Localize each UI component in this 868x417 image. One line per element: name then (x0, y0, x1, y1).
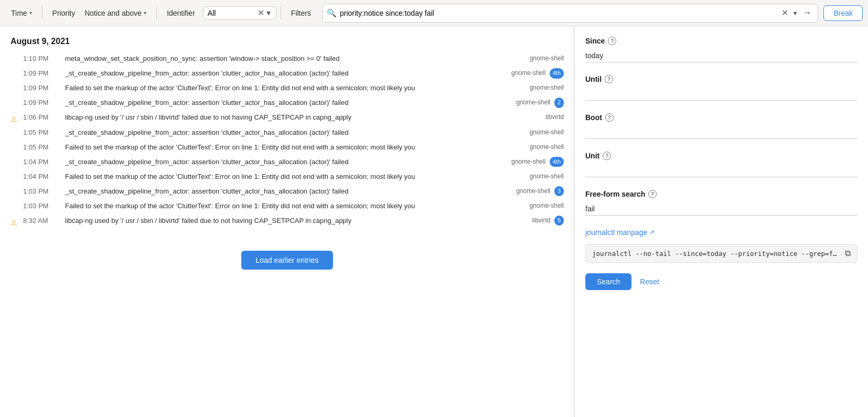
until-label: Until (585, 75, 602, 83)
filters-btn[interactable]: Filters (285, 5, 317, 21)
journalctl-manpage-link[interactable]: journalctl manpage ↗ (585, 228, 858, 237)
boot-label-row: Boot ? (585, 113, 858, 122)
log-entry[interactable]: 1:09 PM_st_create_shadow_pipeline_from_a… (0, 97, 574, 111)
log-message: libcap-ng used by '/ usr / sbin / libvir… (65, 216, 516, 227)
unit-label: Unit (585, 152, 599, 160)
log-message: _st_create_shadow_pipeline_from_actor: a… (65, 68, 505, 79)
search-submit-btn[interactable]: Search (585, 273, 631, 290)
divider-3 (281, 7, 281, 19)
log-unit: gnome-shell (522, 83, 564, 93)
log-time: 1:04 PM (23, 157, 61, 168)
log-time: 1:03 PM (23, 201, 61, 212)
boot-help-icon[interactable]: ? (605, 113, 614, 122)
panel-actions: Search Reset (585, 273, 858, 290)
log-entry[interactable]: 1:05 PMFailed to set the markup of the a… (0, 141, 574, 156)
command-box: journalctl --no-tail --since=today --pri… (585, 244, 858, 263)
since-input[interactable] (585, 49, 858, 62)
log-message: _st_create_shadow_pipeline_from_actor: a… (65, 186, 510, 197)
log-message: Failed to set the markup of the actor 'C… (65, 83, 516, 94)
copy-command-btn[interactable]: ⧉ (845, 249, 851, 258)
log-badge: 3 (554, 186, 564, 197)
log-entry[interactable]: 1:09 PM_st_create_shadow_pipeline_from_a… (0, 67, 574, 82)
search-input[interactable] (340, 9, 779, 17)
freeform-help-icon[interactable]: ? (648, 190, 657, 198)
unit-field: Unit ? (585, 152, 858, 177)
freeform-label: Free-form search (585, 190, 645, 198)
divider-1 (42, 7, 42, 19)
identifier-input-container: All ✕ ▾ (203, 6, 276, 20)
log-entry[interactable]: 1:05 PM_st_create_shadow_pipeline_from_a… (0, 126, 574, 141)
log-time: 1:09 PM (23, 98, 61, 109)
external-link-icon: ↗ (649, 229, 655, 236)
priority-filter-btn[interactable]: Priority (47, 5, 81, 21)
log-entry[interactable]: ⚠1:06 PMlibcap-ng used by '/ usr / sbin … (0, 111, 574, 126)
log-content: August 9, 2021 1:10 PMmeta_window_set_st… (0, 26, 574, 417)
boot-input[interactable] (585, 126, 858, 139)
log-entry[interactable]: 1:10 PMmeta_window_set_stack_position_no… (0, 52, 574, 67)
log-entry[interactable]: 1:04 PMFailed to set the markup of the a… (0, 170, 574, 185)
log-time: 1:05 PM (23, 142, 61, 153)
search-dropdown-btn[interactable]: ▾ (790, 8, 800, 18)
identifier-filter-btn[interactable]: Identifier (161, 5, 201, 21)
log-entry[interactable]: 1:03 PMFailed to set the markup of the a… (0, 200, 574, 215)
freeform-label-row: Free-form search ? (585, 190, 858, 198)
log-message: _st_create_shadow_pipeline_from_actor: a… (65, 98, 510, 109)
identifier-clear-btn[interactable]: ✕ (256, 9, 265, 17)
time-chevron-icon: ▾ (29, 10, 32, 16)
log-message: meta_window_set_stack_position_no_sync: … (65, 54, 516, 65)
priority-value: Notice and above (84, 9, 142, 17)
log-message: libcap-ng used by '/ usr / sbin / libvir… (65, 112, 516, 123)
search-clear-btn[interactable]: ✕ (779, 7, 790, 19)
log-time: 8:32 AM (23, 216, 61, 227)
log-entry[interactable]: 1:03 PM_st_create_shadow_pipeline_from_a… (0, 185, 574, 200)
log-message: _st_create_shadow_pipeline_from_actor: a… (65, 157, 505, 168)
until-input[interactable] (585, 88, 858, 101)
until-label-row: Until ? (585, 75, 858, 83)
log-unit: gnome-shell (522, 127, 564, 137)
freeform-input[interactable] (585, 202, 858, 216)
divider-2 (156, 7, 157, 19)
since-label-row: Since ? (585, 37, 858, 45)
load-earlier-btn[interactable]: Load earlier entries (241, 251, 334, 270)
log-entry[interactable]: 1:09 PMFailed to set the markup of the a… (0, 82, 574, 97)
until-help-icon[interactable]: ? (605, 75, 613, 83)
since-help-icon[interactable]: ? (608, 37, 616, 45)
log-badge: 4th (550, 68, 564, 79)
date-header: August 9, 2021 (0, 35, 574, 52)
log-entries: 1:10 PMmeta_window_set_stack_position_no… (0, 52, 574, 230)
unit-help-icon[interactable]: ? (603, 152, 611, 160)
log-message: Failed to set the markup of the actor 'C… (65, 201, 516, 212)
identifier-dropdown-btn[interactable]: ▾ (265, 9, 272, 17)
log-time: 1:04 PM (23, 172, 61, 183)
time-label: Time (11, 9, 27, 17)
log-message: Failed to set the markup of the actor 'C… (65, 172, 516, 183)
log-entry[interactable]: 1:04 PM_st_create_shadow_pipeline_from_a… (0, 156, 574, 170)
log-unit: gnome-shell 2 (516, 98, 564, 108)
boot-label: Boot (585, 113, 602, 122)
boot-field: Boot ? (585, 113, 858, 139)
identifier-label: Identifier (167, 9, 195, 17)
log-badge: 5 (554, 216, 564, 226)
log-entry[interactable]: ⚠8:32 AMlibcap-ng used by '/ usr / sbin … (0, 215, 574, 230)
log-unit: gnome-shell 4th (511, 157, 564, 167)
break-button[interactable]: Break (823, 5, 863, 21)
reset-btn[interactable]: Reset (640, 277, 659, 286)
priority-chevron-icon: ▾ (144, 10, 146, 16)
unit-input[interactable] (585, 164, 858, 177)
search-bar: 🔍 ✕ ▾ → (322, 4, 818, 23)
log-badge: 4th (550, 157, 564, 167)
log-badge: 2 (554, 98, 564, 108)
since-label: Since (585, 37, 605, 45)
time-filter-btn[interactable]: Time ▾ (5, 5, 38, 21)
search-go-btn[interactable]: → (800, 6, 813, 19)
priority-value-btn[interactable]: Notice and above ▾ (83, 5, 152, 21)
log-message: Failed to set the markup of the actor 'C… (65, 142, 516, 153)
log-time: 1:05 PM (23, 127, 61, 138)
warning-icon: ⚠ (10, 113, 21, 125)
freeform-field: Free-form search ? (585, 190, 858, 216)
log-area: August 9, 2021 1:10 PMmeta_window_set_st… (0, 26, 868, 417)
log-unit: libvirtd 5 (522, 216, 564, 226)
log-message: _st_create_shadow_pipeline_from_actor: a… (65, 127, 516, 138)
log-time: 1:10 PM (23, 54, 61, 65)
search-icon: 🔍 (327, 8, 337, 18)
